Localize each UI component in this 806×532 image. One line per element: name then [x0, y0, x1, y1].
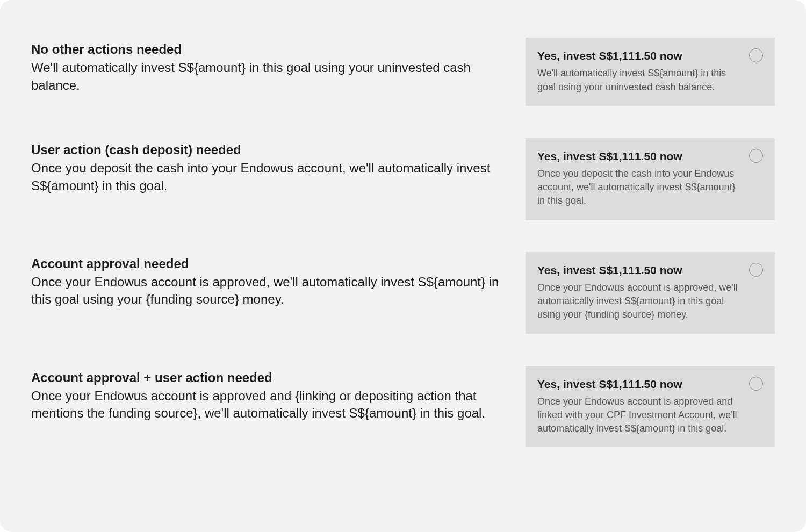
radio-unselected-icon[interactable] — [749, 149, 763, 163]
option-card-invest-now[interactable]: Yes, invest S$1,111.50 now We'll automat… — [526, 38, 775, 106]
scenario-title: No other actions needed — [31, 41, 500, 58]
radio-unselected-icon[interactable] — [749, 263, 763, 277]
option-body: We'll automatically invest S${amount} in… — [537, 67, 763, 94]
option-card-invest-now[interactable]: Yes, invest S$1,111.50 now Once you depo… — [526, 138, 775, 220]
scenario-body: Once you deposit the cash into your Endo… — [31, 160, 500, 195]
radio-unselected-icon[interactable] — [749, 48, 763, 62]
scenario-description: No other actions needed We'll automatica… — [31, 38, 500, 94]
scenario-description: Account approval needed Once your Endowu… — [31, 252, 500, 308]
option-body: Once you deposit the cash into your Endo… — [537, 167, 763, 208]
option-title: Yes, invest S$1,111.50 now — [537, 149, 763, 164]
scenario-title: Account approval needed — [31, 255, 500, 272]
scenario-body: Once your Endowus account is approved an… — [31, 387, 500, 422]
scenario-description: Account approval + user action needed On… — [31, 366, 500, 422]
option-title: Yes, invest S$1,111.50 now — [537, 48, 763, 63]
option-title: Yes, invest S$1,111.50 now — [537, 377, 763, 392]
option-body: Once your Endowus account is approved an… — [537, 395, 763, 436]
spec-row-4: Account approval + user action needed On… — [31, 366, 775, 448]
spec-row-2: User action (cash deposit) needed Once y… — [31, 138, 775, 220]
radio-unselected-icon[interactable] — [749, 377, 763, 391]
option-card-invest-now[interactable]: Yes, invest S$1,111.50 now Once your End… — [526, 366, 775, 448]
scenario-description: User action (cash deposit) needed Once y… — [31, 138, 500, 195]
spec-row-1: No other actions needed We'll automatica… — [31, 38, 775, 106]
scenario-body: We'll automatically invest S${amount} in… — [31, 59, 500, 94]
scenario-title: User action (cash deposit) needed — [31, 141, 500, 159]
option-body: Once your Endowus account is approved, w… — [537, 281, 763, 322]
scenario-body: Once your Endowus account is approved, w… — [31, 274, 500, 308]
scenario-title: Account approval + user action needed — [31, 369, 500, 386]
spec-row-3: Account approval needed Once your Endowu… — [31, 252, 775, 334]
spec-canvas: No other actions needed We'll automatica… — [0, 0, 806, 532]
option-title: Yes, invest S$1,111.50 now — [537, 263, 763, 278]
option-card-invest-now[interactable]: Yes, invest S$1,111.50 now Once your End… — [526, 252, 775, 334]
